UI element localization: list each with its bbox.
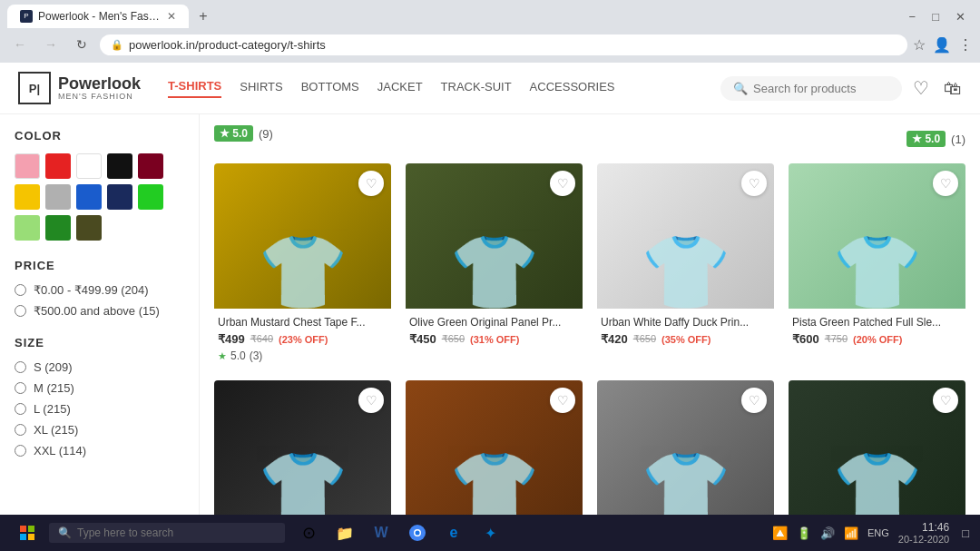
close-window-button[interactable]: ✕ <box>948 8 973 25</box>
wishlist-button-5[interactable]: ♡ <box>358 388 384 413</box>
search-input[interactable] <box>753 82 889 95</box>
color-swatch-white[interactable] <box>76 153 102 179</box>
size-radio-xl[interactable] <box>15 424 26 436</box>
product-card-1[interactable]: 👕 ♡ Urban Mustard Chest Tape F... ₹499 ₹… <box>214 163 391 366</box>
back-button[interactable]: ← <box>7 32 33 57</box>
product-card-4[interactable]: 👕 ♡ Pista Green Patched Full Sle... ₹600… <box>789 163 965 366</box>
browser-tab[interactable]: P Powerlook - Men's Fashion ✕ <box>7 5 189 28</box>
nav-item-shirts[interactable]: SHIRTS <box>240 80 282 97</box>
size-option-s[interactable]: S (209) <box>15 360 184 374</box>
price-option-low[interactable]: ₹0.00 - ₹499.99 (204) <box>15 283 184 297</box>
color-swatch-pink[interactable] <box>15 153 40 179</box>
taskbar-lang: ENG <box>867 527 889 538</box>
maximize-button[interactable]: □ <box>925 8 946 25</box>
size-radio-s[interactable] <box>15 361 26 373</box>
taskbar-app-vscode[interactable]: ✦ <box>474 517 506 549</box>
product-info-1: Urban Mustard Chest Tape F... ₹499 ₹640 … <box>214 309 391 366</box>
price-radio-low[interactable] <box>15 284 26 296</box>
cart-icon[interactable]: 🛍 <box>944 78 962 99</box>
product-image-8: 👕 ♡ <box>789 380 965 526</box>
size-label-xl: XL (215) <box>34 423 78 437</box>
more-menu-icon[interactable]: ⋮ <box>958 36 973 54</box>
taskbar-volume-icon[interactable]: 🔊 <box>820 526 835 540</box>
color-swatch-navy[interactable] <box>107 184 132 210</box>
taskbar-time: 11:46 20-12-2020 <box>898 521 949 545</box>
color-swatches <box>15 153 184 241</box>
wishlist-button-1[interactable]: ♡ <box>358 171 384 196</box>
color-swatch-green[interactable] <box>138 184 163 210</box>
taskbar-right: 🔼 🔋 🔊 📶 ENG 11:46 20-12-2020 □ <box>772 521 969 545</box>
wishlist-button-3[interactable]: ♡ <box>741 171 767 196</box>
taskbar-app-word[interactable]: W <box>365 517 397 549</box>
wishlist-button-4[interactable]: ♡ <box>933 171 958 196</box>
taskbar-show-desktop[interactable]: □ <box>962 526 969 540</box>
price-option-high[interactable]: ₹500.00 and above (15) <box>15 304 184 318</box>
svg-rect-1 <box>28 526 34 532</box>
nav-item-tracksuit[interactable]: TRACK-SUIT <box>441 80 512 97</box>
product-image-2: 👕 ♡ <box>406 163 583 309</box>
lock-icon: 🔒 <box>111 39 123 51</box>
start-button[interactable] <box>11 517 44 549</box>
nav-item-accessories[interactable]: ACCESSORIES <box>530 80 615 97</box>
tab-title: Powerlook - Men's Fashion <box>38 10 162 23</box>
forward-button[interactable]: → <box>38 32 64 57</box>
color-swatch-maroon[interactable] <box>138 153 163 179</box>
size-radio-m[interactable] <box>15 382 26 394</box>
profile-icon[interactable]: 👤 <box>933 36 951 54</box>
taskbar-search-input[interactable] <box>77 526 276 539</box>
price-radio-high[interactable] <box>15 305 26 317</box>
taskbar-app-files[interactable]: 📁 <box>328 517 361 549</box>
color-swatch-black[interactable] <box>107 153 132 179</box>
color-swatch-darkgreen[interactable] <box>45 215 71 241</box>
color-swatch-red[interactable] <box>45 153 71 179</box>
size-option-xl[interactable]: XL (215) <box>15 423 184 437</box>
taskbar-app-cortana[interactable]: ⊙ <box>292 517 325 549</box>
color-swatch-yellow[interactable] <box>15 184 40 210</box>
color-swatch-lightgreen[interactable] <box>15 215 40 241</box>
product-price-4: ₹600 <box>792 332 819 346</box>
price-filter: PRICE ₹0.00 - ₹499.99 (204) ₹500.00 and … <box>15 259 184 318</box>
taskbar-date: 20-12-2020 <box>898 534 949 545</box>
minimize-button[interactable]: − <box>902 8 924 25</box>
header: P| Powerlook MEN'S FASHION T-SHIRTS SHIR… <box>0 63 980 114</box>
color-swatch-lightgray[interactable] <box>45 184 71 210</box>
taskbar-app-chrome[interactable] <box>401 517 434 549</box>
wishlist-button-8[interactable]: ♡ <box>933 388 958 413</box>
svg-point-6 <box>416 531 420 536</box>
new-tab-button[interactable]: + <box>192 5 214 27</box>
product-card-2[interactable]: 👕 ♡ Olive Green Original Panel Pr... ₹45… <box>406 163 583 366</box>
nav-item-jacket[interactable]: JACKET <box>377 80 423 97</box>
rating-score-1: 5.0 <box>230 349 246 362</box>
taskbar-search[interactable]: 🔍 <box>49 523 285 543</box>
size-radio-xxl[interactable] <box>15 445 26 457</box>
rating-bar-right: ★ 5.0 (1) <box>906 131 965 147</box>
wishlist-button-6[interactable]: ♡ <box>550 388 575 413</box>
product-price-3: ₹420 <box>601 332 628 346</box>
close-tab-button[interactable]: ✕ <box>167 10 176 23</box>
product-name-2: Olive Green Original Panel Pr... <box>409 316 579 329</box>
nav-item-bottoms[interactable]: BOTTOMS <box>301 80 359 97</box>
size-option-xxl[interactable]: XXL (114) <box>15 444 184 458</box>
size-option-l[interactable]: L (215) <box>15 402 184 416</box>
rating-star-1: ★ <box>218 350 227 362</box>
taskbar-notification-icon[interactable]: 🔼 <box>772 526 788 540</box>
taskbar-app-edge[interactable]: e <box>437 517 470 549</box>
header-icons: ♡ 🛍 <box>913 77 962 99</box>
wishlist-icon[interactable]: ♡ <box>913 77 929 99</box>
address-bar[interactable]: 🔒 powerlook.in/product-category/t-shirts <box>100 34 907 55</box>
color-swatch-olive[interactable] <box>76 215 102 241</box>
product-name-3: Urban White Daffy Duck Prin... <box>601 316 770 329</box>
size-option-m[interactable]: M (215) <box>15 381 184 395</box>
product-discount-1: (23% OFF) <box>279 334 328 345</box>
wishlist-button-7[interactable]: ♡ <box>741 388 767 413</box>
refresh-button[interactable]: ↻ <box>69 32 94 57</box>
wishlist-button-2[interactable]: ♡ <box>550 171 575 196</box>
product-image-6: 👕 ♡ <box>406 380 583 526</box>
nav-item-tshirts[interactable]: T-SHIRTS <box>168 79 221 98</box>
product-card-3[interactable]: 👕 ♡ Urban White Daffy Duck Prin... ₹420 … <box>597 163 774 366</box>
color-swatch-blue[interactable] <box>76 184 102 210</box>
product-original-4: ₹750 <box>825 333 848 345</box>
search-bar[interactable]: 🔍 <box>720 76 902 101</box>
bookmark-icon[interactable]: ☆ <box>913 36 926 54</box>
size-radio-l[interactable] <box>15 403 26 415</box>
